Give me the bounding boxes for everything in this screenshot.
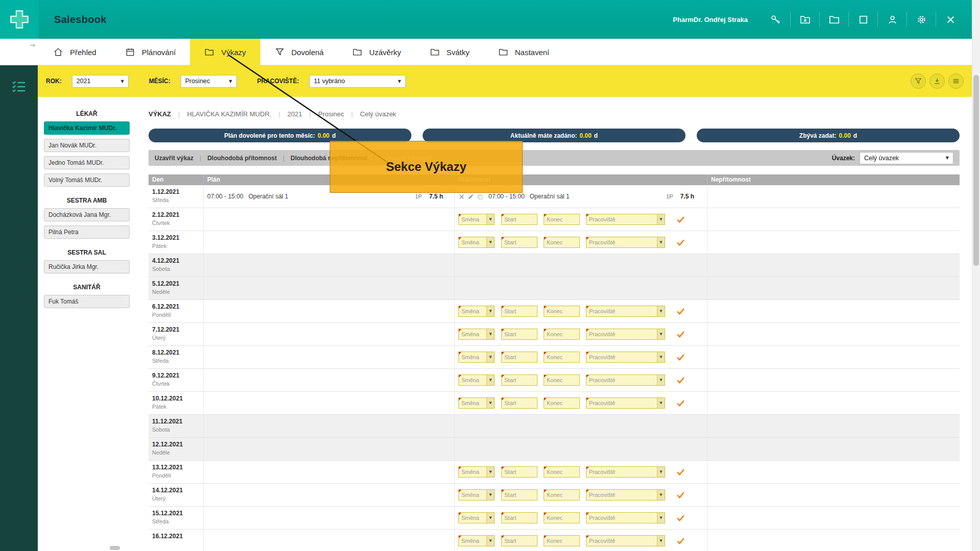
year-select[interactable]: 2021 ▼ [72, 75, 129, 88]
nav-item-prehled[interactable]: Přehled [39, 39, 111, 65]
month-select[interactable]: Prosinec ▼ [181, 75, 237, 88]
key-icon[interactable] [761, 12, 790, 27]
check-icon[interactable] [676, 307, 685, 316]
staff-member[interactable]: Hlavička Kazimír MUDr. [44, 121, 130, 135]
staff-member[interactable]: Volný Tomáš MUDr. [44, 173, 130, 187]
nav-item-nastaveni[interactable]: Nastavení [484, 39, 564, 65]
shift-select[interactable]: Směna▼ [458, 466, 495, 478]
shift-select[interactable]: Směna▼ [458, 214, 495, 225]
end-input[interactable] [544, 329, 579, 339]
end-input[interactable] [544, 306, 579, 316]
app-logo[interactable] [0, 0, 39, 39]
workplace-select[interactable]: Pracoviště▼ [586, 489, 665, 500]
staff-member[interactable]: Jedno Tomáš MUDr. [44, 156, 130, 169]
shift-select[interactable]: Směna▼ [458, 329, 495, 340]
end-input[interactable] [544, 467, 579, 477]
user-icon[interactable] [877, 12, 906, 27]
end-input[interactable] [544, 375, 579, 385]
end-input[interactable] [544, 513, 579, 523]
table-row: 16.12.2021Směna▼Pracoviště▼ [149, 530, 960, 551]
staff-member[interactable]: Docházková Jana Mgr. [44, 208, 130, 221]
funnel-icon[interactable] [911, 73, 926, 89]
tasklist-icon[interactable] [11, 79, 27, 95]
end-input[interactable] [544, 352, 579, 362]
vertical-scrollbar[interactable] [972, 0, 980, 551]
end-input[interactable] [544, 490, 579, 500]
workplace-select[interactable]: Pracoviště▼ [586, 352, 665, 363]
start-input[interactable] [502, 490, 537, 500]
copy-icon[interactable] [477, 193, 483, 200]
workplace-select[interactable]: Pracoviště▼ [586, 237, 665, 248]
workplace-filter-select[interactable]: 11 vybráno ▼ [309, 75, 406, 88]
check-icon[interactable] [676, 215, 685, 224]
horizontal-scrollbar-thumb[interactable] [110, 546, 120, 550]
end-input[interactable] [544, 237, 579, 247]
workplace-select[interactable]: Pracoviště▼ [586, 466, 665, 478]
check-icon[interactable] [676, 491, 685, 499]
shift-select[interactable]: Směna▼ [458, 489, 495, 500]
workplace-select[interactable]: Pracoviště▼ [586, 329, 665, 340]
workplace-select[interactable]: Pracoviště▼ [586, 214, 665, 225]
start-input[interactable] [502, 352, 537, 362]
staff-member[interactable]: Fuk Tomáš [44, 295, 130, 308]
nav-item-vykazy[interactable]: Výkazy [190, 39, 260, 65]
vertical-scrollbar-thumb[interactable] [973, 75, 979, 266]
workplace-select[interactable]: Pracoviště▼ [586, 535, 665, 546]
day-cell: 11.12.2021Sobota [149, 415, 204, 437]
frame-icon[interactable] [848, 12, 877, 27]
longterm-presence-button[interactable]: Dlouhodobá přítomnost [207, 155, 277, 162]
check-icon[interactable] [676, 238, 685, 247]
nav-item-planovani[interactable]: Plánování [111, 39, 190, 65]
start-input[interactable] [502, 398, 537, 408]
absence-cell [707, 323, 960, 345]
contract-select[interactable]: Celý úvazek ▼ [860, 152, 953, 164]
end-input[interactable] [544, 214, 579, 224]
start-input[interactable] [502, 214, 537, 224]
check-icon[interactable] [676, 537, 685, 545]
shift-select[interactable]: Směna▼ [458, 512, 495, 523]
shift-select[interactable]: Směna▼ [458, 237, 495, 248]
start-input[interactable] [502, 306, 537, 316]
shift-select[interactable]: Směna▼ [458, 374, 495, 386]
workplace-select[interactable]: Pracoviště▼ [586, 374, 665, 386]
start-input[interactable] [502, 329, 537, 339]
check-icon[interactable] [676, 353, 685, 362]
close-report-button[interactable]: Uzavřít výkaz [155, 155, 193, 162]
end-input[interactable] [544, 398, 579, 408]
nav-item-svatky[interactable]: Svátky [415, 39, 484, 65]
gear-icon[interactable] [906, 12, 936, 27]
start-input[interactable] [502, 467, 537, 477]
download-icon[interactable] [929, 73, 945, 89]
check-icon[interactable] [676, 468, 685, 477]
check-icon[interactable] [676, 376, 685, 385]
end-input[interactable] [544, 536, 579, 546]
shift-select[interactable]: Směna▼ [458, 535, 495, 546]
delete-icon[interactable] [458, 193, 465, 200]
day-cell: 4.12.2021Sobota [149, 254, 204, 277]
start-input[interactable] [502, 536, 537, 546]
nav-item-uzaverky[interactable]: Uzávěrky [338, 39, 415, 65]
start-input[interactable] [502, 237, 537, 247]
start-input[interactable] [502, 375, 537, 385]
close-icon[interactable] [936, 12, 965, 27]
folder-icon[interactable] [819, 12, 848, 27]
edit-icon[interactable] [468, 193, 474, 200]
workplace-select[interactable]: Pracoviště▼ [586, 306, 665, 317]
forward-arrow-icon[interactable]: → [30, 41, 35, 49]
menu-icon[interactable] [948, 73, 964, 89]
shift-select[interactable]: Směna▼ [458, 352, 495, 363]
staff-member[interactable]: Ručička Jirka Mgr. [44, 260, 130, 273]
staff-member[interactable]: Jan Novák MUDr. [44, 139, 130, 152]
check-icon[interactable] [676, 514, 685, 522]
workplace-select[interactable]: Pracoviště▼ [586, 512, 665, 523]
start-input[interactable] [502, 513, 537, 523]
folder-user-icon[interactable] [790, 12, 819, 27]
year-label: ROK: [46, 78, 62, 85]
staff-member[interactable]: Pilná Petra [44, 226, 130, 239]
check-icon[interactable] [676, 399, 685, 408]
workplace-select[interactable]: Pracoviště▼ [586, 397, 665, 409]
check-icon[interactable] [676, 330, 685, 339]
shift-select[interactable]: Směna▼ [458, 306, 495, 317]
shift-select[interactable]: Směna▼ [458, 397, 495, 409]
nav-item-dovolena[interactable]: Dovolená [260, 39, 338, 65]
